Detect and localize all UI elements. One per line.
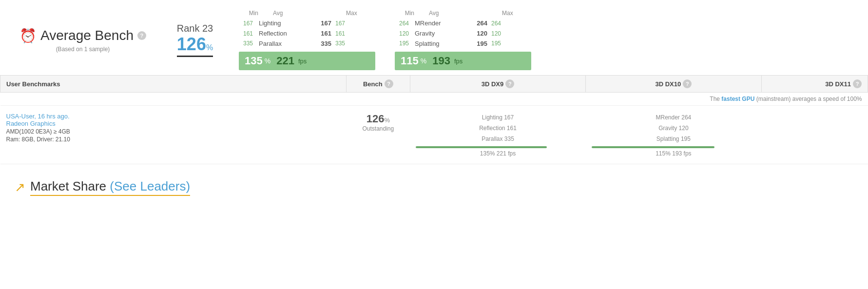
dx10-score-bar: 115% 193 fps: [395, 52, 531, 70]
avg-bench-label: Average Bench: [40, 28, 134, 43]
avg-bench-block: ⏰ Average Bench ? (Based on 1 sample): [15, 28, 151, 53]
bench-score-cell: 126% Outstanding: [346, 106, 410, 164]
dx9-row-reflection: 161 Reflection 161 161: [239, 29, 375, 39]
dx9-score-bar: 135% 221 fps: [239, 52, 375, 70]
market-share-section: ↗ Market Share (See Leaders): [0, 169, 868, 206]
fastest-gpu-text: fastest GPU: [721, 96, 754, 102]
market-share-title: ↗ Market Share (See Leaders): [15, 179, 853, 196]
amd-info: AMD(1002 0E3A) ≥ 4GB: [6, 128, 341, 135]
dx9-data-cell: Lighting 167 Reflection 161 Parallax 335…: [410, 106, 585, 164]
dx10-stats: Min Avg Max 264 MRender 264 264 120 Grav…: [395, 10, 531, 70]
dx10-row-mrender: 264 MRender 264 264: [395, 19, 531, 29]
table-note-row: The fastest GPU (mainstream) averages a …: [0, 93, 868, 106]
col-3ddx9: 3D DX9 ?: [410, 76, 585, 93]
table-row: USA-User, 16 hrs ago. Radeon Graphics AM…: [0, 106, 868, 164]
avg-bench-help-icon[interactable]: ?: [137, 31, 146, 40]
dx9-row-lighting: 167 Lighting 167 167: [239, 19, 375, 29]
dx9-header: Min Avg Max: [239, 10, 375, 17]
user-link[interactable]: USA-User, 16 hrs ago.: [6, 113, 70, 120]
col-bench: Bench ?: [346, 76, 410, 93]
bench-col-help-icon[interactable]: ?: [385, 79, 393, 88]
dx11-col-help-icon[interactable]: ?: [853, 79, 862, 88]
dx9-fps: 135% 221 fps: [416, 150, 579, 157]
market-share-label: Market Share (See Leaders): [30, 179, 190, 196]
market-share-icon: ↗: [15, 180, 25, 195]
dx9-col-help-icon[interactable]: ?: [505, 79, 514, 88]
market-share-link[interactable]: (See Leaders): [110, 179, 190, 193]
dx10-bar: [592, 146, 714, 148]
dx9-metrics: Lighting 167 Reflection 161 Parallax 335: [416, 113, 579, 144]
bench-score-value: 126%: [352, 113, 404, 125]
dx10-metrics: MRender 264 Gravity 120 Splatting 195: [592, 113, 755, 144]
col-3ddx11: 3D DX11 ?: [761, 76, 868, 93]
col-user-benchmarks: User Benchmarks: [0, 76, 347, 93]
dx10-data-cell: MRender 264 Gravity 120 Splatting 195 11…: [586, 106, 761, 164]
col-3ddx10: 3D DX10 ?: [586, 76, 761, 93]
avg-bench-title: ⏰ Average Bench ?: [19, 28, 146, 44]
dx9-row-parallax: 335 Parallax 335 335: [239, 39, 375, 49]
dx10-header: Min Avg Max: [395, 10, 531, 17]
table-header-row: User Benchmarks Bench ? 3D DX9 ? 3D DX10…: [0, 76, 868, 93]
rank-label: Rank 23: [177, 23, 213, 34]
rank-value: 126%: [177, 34, 213, 57]
dx11-data-cell: [761, 106, 868, 164]
dx9-bar: [416, 146, 547, 148]
user-info-cell: USA-User, 16 hrs ago. Radeon Graphics AM…: [0, 106, 347, 164]
clock-icon: ⏰: [19, 28, 37, 44]
ram-info: Ram: 8GB, Driver: 21.10: [6, 136, 341, 143]
dx10-fps: 115% 193 fps: [592, 150, 755, 157]
based-on-text: (Based on 1 sample): [56, 46, 110, 53]
dx10-row-splatting: 195 Splatting 195 195: [395, 39, 531, 49]
rank-block: Rank 23 126%: [171, 23, 219, 57]
bench-label: Outstanding: [352, 125, 404, 132]
table-note-cell: The fastest GPU (mainstream) averages a …: [0, 93, 868, 106]
dx10-row-gravity: 120 Gravity 120 120: [395, 29, 531, 39]
dx9-stats: Min Avg Max 167 Lighting 167 167 161 Ref…: [239, 10, 375, 70]
dx10-col-help-icon[interactable]: ?: [683, 79, 692, 88]
benchmark-table: User Benchmarks Bench ? 3D DX9 ? 3D DX10…: [0, 75, 868, 164]
gpu-link[interactable]: Radeon Graphics: [6, 120, 56, 127]
